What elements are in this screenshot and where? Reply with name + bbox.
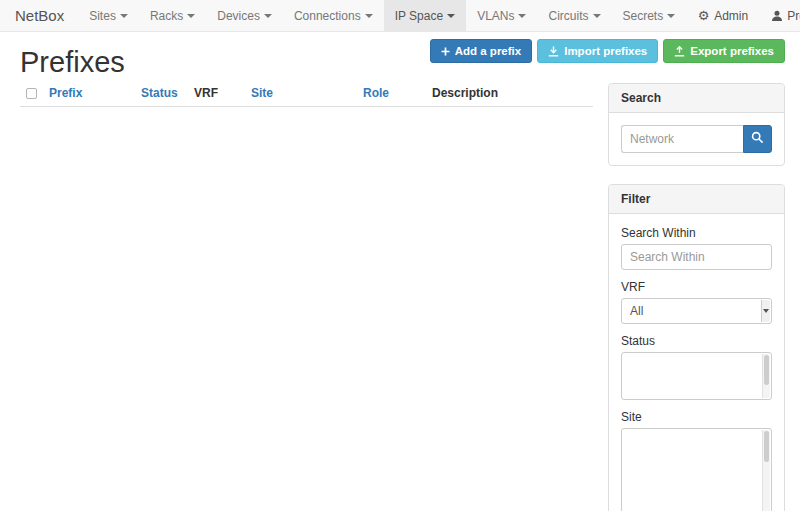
table-header-row: Prefix Status VRF Site Role Description (20, 83, 593, 107)
nav-item-vlans[interactable]: VLANs (466, 0, 537, 31)
sidebar: Search Filter Search Within VRF All (608, 83, 785, 511)
column-header-prefix[interactable]: Prefix (41, 83, 133, 107)
chevron-down-icon (365, 14, 373, 18)
search-panel-title: Search (609, 84, 784, 113)
admin-link[interactable]: ⚙︎ Admin (686, 0, 759, 31)
select-all-checkbox[interactable] (26, 88, 37, 99)
nav-item-secrets[interactable]: Secrets (612, 0, 687, 31)
chevron-down-icon (593, 14, 601, 18)
action-buttons: Add a prefix Import prefixes Export pref… (430, 39, 785, 63)
status-label: Status (621, 334, 772, 348)
nav-item-racks[interactable]: Racks (139, 0, 206, 31)
prefixes-table: Prefix Status VRF Site Role Description (20, 83, 593, 107)
vrf-select[interactable]: All (621, 298, 772, 324)
import-prefixes-button[interactable]: Import prefixes (537, 39, 658, 63)
column-header-site[interactable]: Site (243, 83, 355, 107)
filter-panel: Filter Search Within VRF All Status Site… (608, 184, 785, 511)
dropdown-arrow-icon (761, 300, 770, 322)
chevron-down-icon (518, 14, 526, 18)
export-prefixes-button[interactable]: Export prefixes (663, 39, 785, 63)
search-panel: Search (608, 83, 785, 166)
nav-item-ip-space[interactable]: IP Space (384, 0, 466, 31)
site-listbox[interactable] (621, 428, 772, 511)
column-header-role[interactable]: Role (355, 83, 424, 107)
import-icon (548, 46, 559, 57)
search-icon (751, 131, 764, 147)
column-header-status[interactable]: Status (133, 83, 186, 107)
profile-link[interactable]: Profile (759, 0, 800, 31)
site-label: Site (621, 410, 772, 424)
nav-item-devices[interactable]: Devices (206, 0, 283, 31)
export-icon (674, 46, 685, 57)
search-within-input[interactable] (621, 244, 772, 270)
scrollbar[interactable] (762, 354, 770, 398)
column-header-vrf: VRF (186, 83, 243, 107)
scrollbar[interactable] (762, 430, 770, 511)
chevron-down-icon (447, 14, 455, 18)
netbox-brand[interactable]: NetBox (0, 0, 78, 31)
main-menu: Sites Racks Devices Connections IP Space… (78, 0, 686, 31)
nav-item-circuits[interactable]: Circuits (537, 0, 611, 31)
gear-icon: ⚙︎ (697, 9, 710, 22)
chevron-down-icon (264, 14, 272, 18)
top-navbar: NetBox Sites Racks Devices Connections I… (0, 0, 800, 32)
chevron-down-icon (187, 14, 195, 18)
person-icon (770, 9, 783, 22)
chevron-down-icon (667, 14, 675, 18)
filter-panel-title: Filter (609, 185, 784, 214)
status-listbox[interactable] (621, 352, 772, 400)
search-within-label: Search Within (621, 226, 772, 240)
page-header: Prefixes Add a prefix Import prefixes Ex… (0, 32, 800, 83)
column-header-description: Description (424, 83, 593, 107)
nav-item-sites[interactable]: Sites (78, 0, 139, 31)
vrf-label: VRF (621, 280, 772, 294)
user-menu: ⚙︎ Admin Profile Log out (686, 0, 800, 31)
search-button[interactable] (743, 125, 772, 153)
add-prefix-button[interactable]: Add a prefix (430, 39, 532, 63)
plus-icon (441, 47, 450, 56)
chevron-down-icon (120, 14, 128, 18)
nav-item-connections[interactable]: Connections (283, 0, 384, 31)
search-input[interactable] (621, 125, 743, 153)
